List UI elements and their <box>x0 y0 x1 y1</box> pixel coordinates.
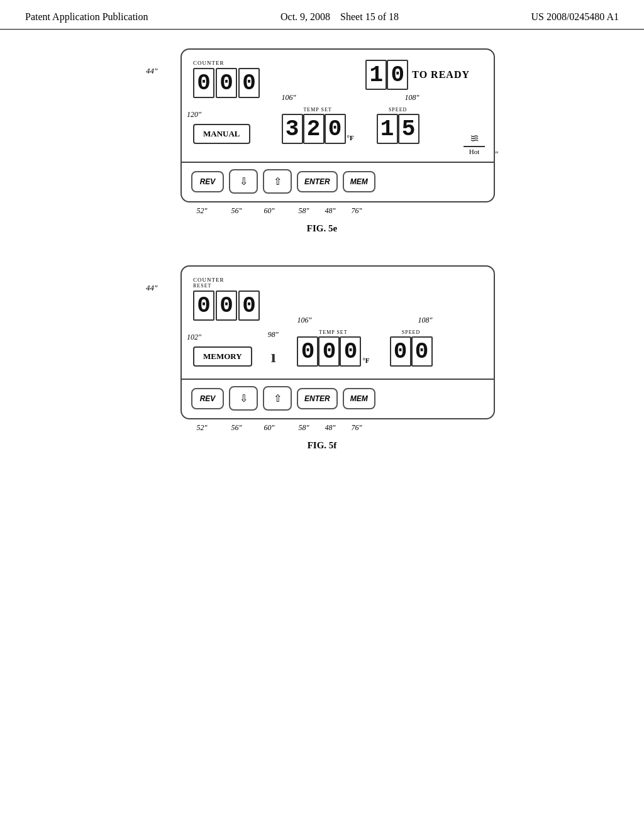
speed-set-label-5e: SPEED <box>377 107 419 113</box>
speed-d2: 5 <box>398 114 419 144</box>
knob-label: 98" <box>268 330 279 340</box>
label-52-5f: 52" <box>186 423 218 433</box>
panel-5f-top: COUNTER RESET 0 0 0 102" <box>182 267 494 380</box>
knob-area-5f: 98" ı <box>271 344 276 367</box>
speed-5f-d2: 0 <box>411 336 433 367</box>
panel-5e-outer: COUNTER 0 0 0 1 0 <box>180 48 495 202</box>
counter-5f-d1: 0 <box>193 290 214 321</box>
label-48-5e: 48" <box>324 206 336 216</box>
enter-btn-5f[interactable]: ENTER <box>297 388 338 409</box>
heat-line-icon <box>464 146 485 147</box>
label-58-5e: 58" <box>287 206 320 216</box>
header-left: Patent Application Publication <box>25 11 148 23</box>
mem-btn-5f[interactable]: MEM <box>343 388 375 409</box>
panel-5f-outer: COUNTER RESET 0 0 0 102" <box>180 265 495 419</box>
speed-set-label-5f: SPEED <box>390 329 433 335</box>
counter-block-5f: COUNTER RESET 0 0 0 <box>193 277 482 321</box>
temp-area-5f: 106" TEMP SET 0 0 0 °F <box>297 329 369 367</box>
top-row-5e: COUNTER 0 0 0 1 0 <box>193 60 482 98</box>
btn-labels-5f: 52" 56" 60" 58" 48" 76" <box>180 421 495 435</box>
panel-label-5f: 44" <box>146 283 157 293</box>
page-content: 44" 112" 80" COUNTER 0 0 0 <box>0 30 644 470</box>
figure-5e: 44" 112" 80" COUNTER 0 0 0 <box>146 48 498 234</box>
panel-5f-bottom: REV ⇩ ⇧ ENTER MEM <box>182 380 494 418</box>
label-76-5e: 76" <box>340 206 373 216</box>
counter-digits-5e: 0 0 0 <box>193 68 260 98</box>
rev-btn-5e[interactable]: REV <box>191 171 224 192</box>
speed-5f-d1: 0 <box>390 336 411 367</box>
counter-reset-label: RESET <box>193 283 211 289</box>
manual-area-5e: 120" MANUAL <box>193 124 250 144</box>
counter-5f-d3: 0 <box>238 290 260 321</box>
mid-section-5f: 102" MEMORY 98" ı 106" TEMP SET <box>193 329 482 367</box>
panel-5e-bottom: REV ⇩ ⇧ ENTER MEM <box>182 163 494 201</box>
temp-set-label-5f: TEMP SET <box>297 329 369 335</box>
temp-label-5e: 106" <box>282 93 296 102</box>
fig-caption-5f: FIG. 5f <box>308 440 337 451</box>
temp-d3: 0 <box>325 114 346 144</box>
up-btn-5f[interactable]: ⇧ <box>263 386 292 411</box>
speed-label-5e: 108" <box>405 93 419 102</box>
down-btn-5f[interactable]: ⇩ <box>229 386 258 411</box>
temp-label-5f: 106" <box>297 316 311 325</box>
counter-label-5e: COUNTER <box>193 60 260 66</box>
up-btn-5e[interactable]: ⇧ <box>263 169 292 194</box>
speed-area-5e: 108" SPEED 1 5 <box>377 107 419 144</box>
speed-label-5f: 108" <box>418 316 433 325</box>
manual-button[interactable]: MANUAL <box>193 124 250 144</box>
temp-5f-d1: 0 <box>297 336 318 367</box>
counter-d2: 0 <box>216 68 237 98</box>
mem-btn-5e[interactable]: MEM <box>343 171 375 192</box>
memory-button[interactable]: MEMORY <box>193 346 252 367</box>
counter-block-5e: COUNTER 0 0 0 <box>193 60 260 98</box>
speed-d1: 1 <box>377 114 398 144</box>
counter-label-5f: COUNTER <box>193 277 225 283</box>
hot-indicator: ≋ Hot <box>464 133 485 155</box>
temp-d1: 3 <box>282 114 303 144</box>
label-76-5f: 76" <box>340 423 373 433</box>
fig-caption-5e: FIG. 5e <box>307 223 337 234</box>
hot-label-5e: Hot <box>469 148 480 155</box>
ready-num-5e: 1 0 <box>365 60 408 90</box>
to-ready-text: TO READY <box>412 69 470 80</box>
btn-labels-5e: 52" 56" 60" 58" 48" 76" <box>180 204 495 218</box>
knob-symbol: ı <box>271 346 276 367</box>
heat-waves-icon: ≋ <box>470 133 479 144</box>
temp-set-label-5e: TEMP SET <box>282 107 354 113</box>
manual-label: 120" <box>187 110 201 119</box>
label-60-5e: 60" <box>255 206 284 216</box>
temp-unit-5e: °F <box>347 134 354 141</box>
label-48-5f: 48" <box>324 423 336 433</box>
enter-btn-5e[interactable]: ENTER <box>297 171 338 192</box>
panel-5f: COUNTER RESET 0 0 0 102" <box>180 265 495 435</box>
panel-5e-top: COUNTER 0 0 0 1 0 <box>182 50 494 163</box>
temp-digits-5f: 0 0 0 °F <box>297 336 369 367</box>
speed-area-5f: 108" SPEED 0 0 <box>390 329 433 367</box>
mid-section-5e: 120" MANUAL 106" TEMP SET 3 2 0 °F <box>193 107 482 144</box>
panel-label-5e: 44" <box>146 66 157 76</box>
temp-5f-d2: 0 <box>318 336 340 367</box>
temp-digits-5e: 3 2 0 °F <box>282 114 354 144</box>
counter-5f-d2: 0 <box>216 290 237 321</box>
down-btn-5e[interactable]: ⇩ <box>229 169 258 194</box>
temp-5f-d3: 0 <box>340 336 361 367</box>
page-header: Patent Application Publication Oct. 9, 2… <box>0 0 644 30</box>
label-58-5f: 58" <box>287 423 320 433</box>
memory-area-5f: 102" MEMORY <box>193 346 252 367</box>
memory-label: 102" <box>187 333 201 342</box>
rev-btn-5f[interactable]: REV <box>191 388 224 409</box>
panel-5e: COUNTER 0 0 0 1 0 <box>180 48 495 218</box>
label-56-5f: 56" <box>222 423 251 433</box>
label-60-5f: 60" <box>255 423 284 433</box>
speed-digits-5f: 0 0 <box>390 336 433 367</box>
ready-d2: 0 <box>387 60 408 90</box>
temp-area-5e: 106" TEMP SET 3 2 0 °F <box>282 107 354 144</box>
speed-digits-5e: 1 5 <box>377 114 419 144</box>
header-right: US 2008/0245480 A1 <box>531 11 619 23</box>
label-52-5e: 52" <box>186 206 218 216</box>
counter-digits-5f: 0 0 0 <box>193 290 482 321</box>
label-56-5e: 56" <box>222 206 251 216</box>
ready-d1: 1 <box>365 60 387 90</box>
counter-d1: 0 <box>193 68 214 98</box>
ready-block-5e: 1 0 TO READY <box>365 60 470 90</box>
